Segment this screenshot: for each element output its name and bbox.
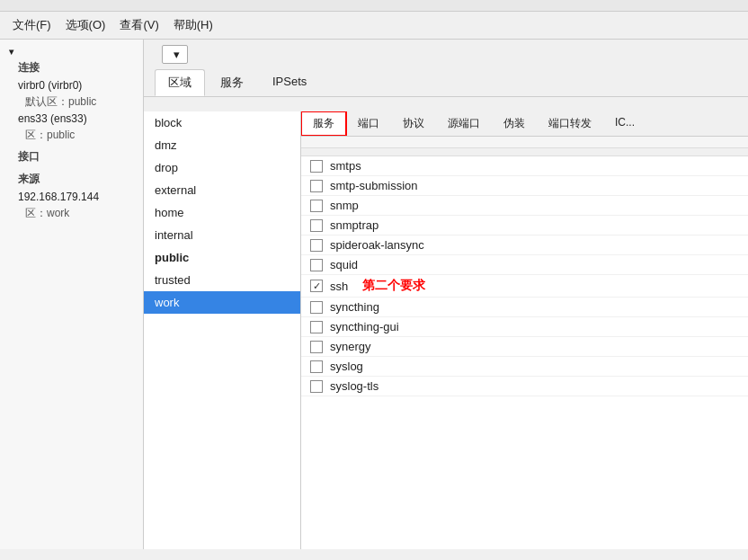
services-panel: 服务端口协议源端口伪装端口转发IC... smtpssmtp-submissio… — [301, 111, 748, 549]
service-label-smtps: smtps — [330, 159, 361, 173]
checkbox-syslog[interactable] — [310, 360, 323, 373]
service-label-syslog-tls: syslog-tls — [330, 379, 378, 393]
zone-item-dmz[interactable]: dmz — [144, 134, 300, 156]
service-item-spideroak-lansync[interactable]: spideroak-lansync — [301, 236, 748, 255]
service-label-syncthing-gui: syncthing-gui — [330, 320, 399, 333]
checkbox-squid[interactable] — [310, 259, 323, 271]
sidebar-group: 接口 — [0, 147, 143, 166]
description-text — [144, 97, 748, 111]
service-item-syncthing[interactable]: syncthing — [301, 298, 748, 317]
zone-item-internal[interactable]: internal — [144, 224, 300, 246]
services-tab-services[interactable]: 服务 — [301, 111, 346, 136]
sidebar-item-sub: 区：public — [0, 127, 143, 144]
services-list: smtpssmtp-submissionsnmpsnmptrapspideroa… — [301, 148, 748, 549]
sidebar-item-sub: 默认区：public — [0, 93, 143, 111]
service-item-smtps[interactable]: smtps — [301, 156, 748, 176]
service-label-ssh: ssh — [330, 280, 348, 293]
menu-bar: 文件(F)选项(O)查看(V)帮助(H) — [0, 12, 748, 40]
service-item-ssh[interactable]: ssh第二个要求 — [301, 275, 748, 298]
annotation-ssh: 第二个要求 — [362, 278, 425, 294]
service-label-syncthing: syncthing — [330, 300, 379, 314]
checkbox-smtps[interactable] — [310, 160, 323, 173]
service-item-synergy[interactable]: synergy — [301, 337, 748, 357]
sidebar-item[interactable]: 192.168.179.144 — [0, 189, 143, 205]
services-tab-protocol[interactable]: 协议 — [391, 111, 436, 136]
sidebar-group-label: 连接 — [0, 58, 143, 77]
sidebar: ▾ 连接virbr0 (virbr0)默认区：publicens33 (ens3… — [0, 40, 144, 549]
checkbox-syslog-tls[interactable] — [310, 380, 323, 393]
services-tab-port[interactable]: 端口 — [346, 111, 391, 136]
service-item-snmptrap[interactable]: snmptrap — [301, 216, 748, 236]
services-tab-srcport[interactable]: 源端口 — [436, 111, 492, 136]
zone-item-trusted[interactable]: trusted — [144, 269, 300, 291]
content-area: ▾ 区域服务IPSets blockdmzdropexternalhomeint… — [144, 40, 748, 549]
sidebar-group: 来源192.168.179.144区：work — [0, 170, 143, 222]
menu-item-help[interactable]: 帮助(H) — [168, 15, 218, 35]
sidebar-group-label: 来源 — [0, 170, 143, 189]
sidebar-group-label: 接口 — [0, 147, 143, 166]
menu-item-view[interactable]: 查看(V) — [114, 15, 164, 35]
service-item-snmp[interactable]: snmp — [301, 196, 748, 216]
services-tab-portfwd[interactable]: 端口转发 — [537, 111, 603, 136]
zone-list: blockdmzdropexternalhomeinternalpublictr… — [144, 111, 301, 549]
checkbox-spideroak-lansync[interactable] — [310, 239, 323, 252]
services-tab-row: 服务端口协议源端口伪装端口转发IC... — [301, 111, 748, 137]
zone-item-home[interactable]: home — [144, 201, 300, 224]
checkbox-smtp-submission[interactable] — [310, 180, 323, 192]
service-item-syncthing-gui[interactable]: syncthing-gui — [301, 317, 748, 337]
zone-services-split: blockdmzdropexternalhomeinternalpublictr… — [144, 111, 748, 549]
service-item-syslog-tls[interactable]: syslog-tls — [301, 377, 748, 396]
checkbox-syncthing[interactable] — [310, 301, 323, 314]
service-label-smtp-submission: smtp-submission — [330, 179, 418, 192]
tab-services[interactable]: 服务 — [207, 69, 257, 96]
service-label-snmp: snmp — [330, 199, 359, 212]
zone-item-external[interactable]: external — [144, 179, 300, 201]
sidebar-section-header[interactable]: ▾ — [0, 45, 143, 58]
tab-zones[interactable]: 区域 — [155, 69, 205, 96]
sidebar-expand-arrow: ▾ — [9, 47, 13, 57]
service-label-snmptrap: snmptrap — [330, 218, 378, 232]
zone-item-public[interactable]: public — [144, 246, 300, 269]
service-item-syslog[interactable]: syslog — [301, 357, 748, 377]
sidebar-group: 连接virbr0 (virbr0)默认区：publicens33 (ens33)… — [0, 58, 143, 144]
checkbox-synergy[interactable] — [310, 341, 323, 353]
service-item-squid[interactable]: squid — [301, 255, 748, 275]
services-list-header — [301, 148, 748, 156]
services-description — [301, 137, 748, 148]
zone-item-drop[interactable]: drop — [144, 156, 300, 179]
checkbox-ssh[interactable] — [310, 280, 323, 292]
config-select[interactable]: ▾ — [162, 45, 188, 64]
checkbox-snmp[interactable] — [310, 200, 323, 212]
service-label-synergy: synergy — [330, 340, 371, 353]
service-item-smtp-submission[interactable]: smtp-submission — [301, 176, 748, 196]
main-tab-bar: 区域服务IPSets — [144, 69, 748, 97]
zone-item-work[interactable]: work — [144, 291, 300, 314]
title-bar — [0, 0, 748, 12]
sidebar-item[interactable]: virbr0 (virbr0) — [0, 77, 143, 93]
menu-item-file[interactable]: 文件(F) — [7, 15, 57, 35]
checkbox-snmptrap[interactable] — [310, 219, 323, 232]
service-label-spideroak-lansync: spideroak-lansync — [330, 238, 424, 252]
service-label-squid: squid — [330, 258, 358, 271]
tab-ipsets[interactable]: IPSets — [259, 69, 320, 96]
services-tab-masq[interactable]: 伪装 — [492, 111, 537, 136]
config-dropdown-arrow: ▾ — [174, 48, 180, 61]
sidebar-item[interactable]: ens33 (ens33) — [0, 111, 143, 127]
checkbox-syncthing-gui[interactable] — [310, 321, 323, 333]
config-row: ▾ — [144, 40, 748, 69]
services-tab-icmp[interactable]: IC... — [603, 111, 646, 136]
sidebar-item-sub: 区：work — [0, 205, 143, 222]
service-label-syslog: syslog — [330, 360, 363, 373]
zone-item-block[interactable]: block — [144, 111, 300, 134]
menu-item-options[interactable]: 选项(O) — [60, 15, 111, 35]
